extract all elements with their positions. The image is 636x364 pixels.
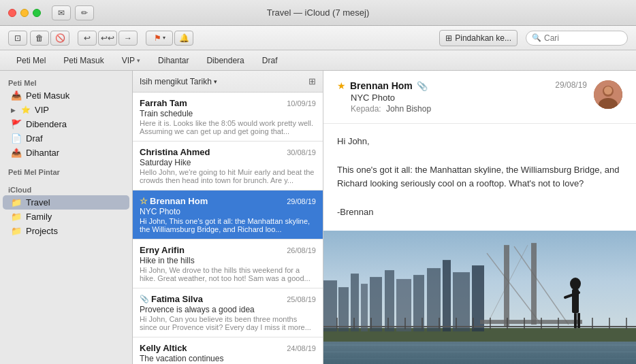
sidebar-label-travel: Travel <box>26 197 50 208</box>
delete-button[interactable]: 🗑 <box>30 31 49 46</box>
svg-rect-10 <box>361 284 368 331</box>
filter-icon[interactable]: ⊞ <box>308 76 316 86</box>
sort-label: Isih mengikut Tarikh <box>140 77 212 86</box>
list-item[interactable]: Erny Arifin 26/08/19 Hike in the hills H… <box>133 239 323 288</box>
avatar-svg <box>594 80 622 109</box>
email-list: Isih mengikut Tarikh ▾ ⊞ Farrah Tam 10/0… <box>133 71 323 364</box>
search-input[interactable] <box>544 33 622 43</box>
svg-rect-47 <box>574 313 577 328</box>
search-box[interactable]: 🔍 <box>526 31 628 46</box>
maximize-button[interactable] <box>33 9 41 17</box>
flag-icon: 🚩 <box>11 119 22 129</box>
reply-button[interactable]: ↩ <box>78 31 97 46</box>
reply-all-icon: ↩↩ <box>101 33 114 43</box>
junk-icon: 🚫 <box>55 33 65 43</box>
sidebar-item-travel[interactable]: 📁 Travel <box>3 195 129 210</box>
email-body: Hi John, This one's got it all: the Manh… <box>323 124 636 231</box>
folder-icon: 📁 <box>11 212 22 222</box>
window-title: Travel — iCloud (7 mesej) <box>267 7 370 18</box>
sort-button[interactable]: Isih mengikut Tarikh ▾ <box>140 77 217 86</box>
svg-rect-8 <box>338 287 349 331</box>
tab-dihantar[interactable]: Dihantar <box>150 53 197 68</box>
compose-button[interactable]: ✏ <box>75 5 94 20</box>
email-date: 26/08/19 <box>287 246 316 254</box>
move-label: Pindahkan ke... <box>455 33 511 43</box>
archive-group: ⊡ <box>8 31 27 46</box>
sidebar-label-projects: Projects <box>26 226 58 236</box>
email-sender: Farrah Tam <box>140 98 187 108</box>
tab-vip[interactable]: VIP ▾ <box>114 53 148 68</box>
move-button[interactable]: ⊞ Pindahkan ke... <box>439 30 518 46</box>
sidebar-item-family[interactable]: 📁 Family <box>3 210 129 224</box>
sidebar-item-peti-masuk[interactable]: 📥 Peti Masuk <box>3 88 129 103</box>
delete-group: 🗑 🚫 <box>30 31 69 46</box>
sidebar-item-vip[interactable]: ▶ ⭐ VIP <box>3 103 129 117</box>
body-signature: -Brennan <box>337 205 622 220</box>
flag-group: ⚑ ▾ 🔔 <box>146 31 193 46</box>
body-text-2: Richard looking seriously cool on a roof… <box>337 177 622 191</box>
peti-mel-section-title: Peti Mel <box>0 75 132 88</box>
reply-all-button[interactable]: ↩↩ <box>98 31 117 46</box>
email-preview: Here it is. Looks like the 8:05 would wo… <box>140 119 316 135</box>
sender-avatar <box>594 80 622 109</box>
expand-icon: ▶ <box>11 107 16 114</box>
inbox-icon-button[interactable]: ✉ <box>52 5 71 20</box>
minimize-button[interactable] <box>20 9 29 17</box>
list-item[interactable]: Farrah Tam 10/09/19 Train schedule Here … <box>133 93 323 142</box>
svg-rect-22 <box>504 245 509 327</box>
tab-dibendera[interactable]: Dibendera <box>198 53 252 68</box>
email-date: 24/08/19 <box>287 344 316 352</box>
svg-rect-5 <box>323 338 636 364</box>
archive-button[interactable]: ⊡ <box>8 31 27 46</box>
email-date: 10/09/19 <box>287 99 316 107</box>
tabbar: Peti Mel Peti Masuk VIP ▾ Dihantar Diben… <box>0 50 636 71</box>
svg-rect-24 <box>480 320 582 324</box>
email-subject: The vacation continues <box>140 354 316 363</box>
flag-button[interactable]: ⚑ ▾ <box>146 31 173 46</box>
list-item[interactable]: 📎 Fatima Silva 25/08/19 Provence is alwa… <box>133 288 323 337</box>
sidebar-item-draf[interactable]: 📄 Draf <box>3 131 129 146</box>
flag-icon: ⚑ <box>154 33 161 43</box>
folder-icon: 📁 <box>11 226 22 236</box>
email-image-area <box>323 231 636 364</box>
svg-rect-17 <box>453 272 470 331</box>
main-toolbar: ⊡ 🗑 🚫 ↩ ↩↩ → ⚑ ▾ 🔔 ⊞ Pindahkan ke... <box>0 26 636 50</box>
tab-peti-masuk[interactable]: Peti Masuk <box>55 53 112 68</box>
email-subject: Hike in the hills <box>140 256 316 265</box>
inbox-icon: ✉ <box>58 8 65 18</box>
svg-rect-15 <box>427 268 441 331</box>
vip-chevron-icon: ▾ <box>137 57 140 64</box>
attachment-icon: 📎 <box>140 295 149 303</box>
tab-peti-mel[interactable]: Peti Mel <box>8 53 54 68</box>
junk-button[interactable]: 🚫 <box>50 31 69 46</box>
title-toolbar: ✉ ✏ <box>52 5 94 20</box>
body-text: This one's got it all: the Manhattan sky… <box>337 163 622 178</box>
close-button[interactable] <box>8 9 16 17</box>
to-label: Kepada: <box>351 104 381 114</box>
forward-button[interactable]: → <box>118 31 138 46</box>
vip-star-icon: ⭐ <box>21 105 31 114</box>
list-item[interactable]: ☆ Brennan Hom 29/08/19 NYC Photo Hi John… <box>133 191 323 239</box>
list-item[interactable]: Christina Ahmed 30/08/19 Saturday Hike H… <box>133 142 323 191</box>
sidebar-item-dibendera[interactable]: 🚩 Dibendera <box>3 117 129 131</box>
email-preview: Hello John, we're going to hit Muir earl… <box>140 168 316 184</box>
sidebar-item-dihantar[interactable]: 📤 Dihantar <box>3 146 129 160</box>
reading-pane-sender: Brennan Hom <box>350 80 413 91</box>
sidebar-label-dihantar: Dihantar <box>26 148 59 158</box>
main-content: Peti Mel 📥 Peti Masuk ▶ ⭐ VIP 🚩 Dibender… <box>0 71 636 364</box>
email-date: 25/08/19 <box>287 295 316 303</box>
tab-draf[interactable]: Draf <box>254 53 286 68</box>
sent-icon: 📤 <box>11 148 22 158</box>
list-item[interactable]: Kelly Altick 24/08/19 The vacation conti… <box>133 337 323 364</box>
archive-icon: ⊡ <box>14 33 21 43</box>
mute-button[interactable]: 🔔 <box>174 31 193 46</box>
body-greeting: Hi John, <box>337 135 622 149</box>
traffic-lights <box>8 9 41 17</box>
forward-icon: → <box>124 33 132 43</box>
header-star-icon: ★ <box>337 80 346 91</box>
email-sender: Erny Arifin <box>140 245 185 255</box>
sidebar-label-peti-masuk: Peti Masuk <box>26 90 69 101</box>
svg-rect-12 <box>385 270 394 331</box>
svg-rect-16 <box>443 260 451 331</box>
sidebar-item-projects[interactable]: 📁 Projects <box>3 224 129 238</box>
